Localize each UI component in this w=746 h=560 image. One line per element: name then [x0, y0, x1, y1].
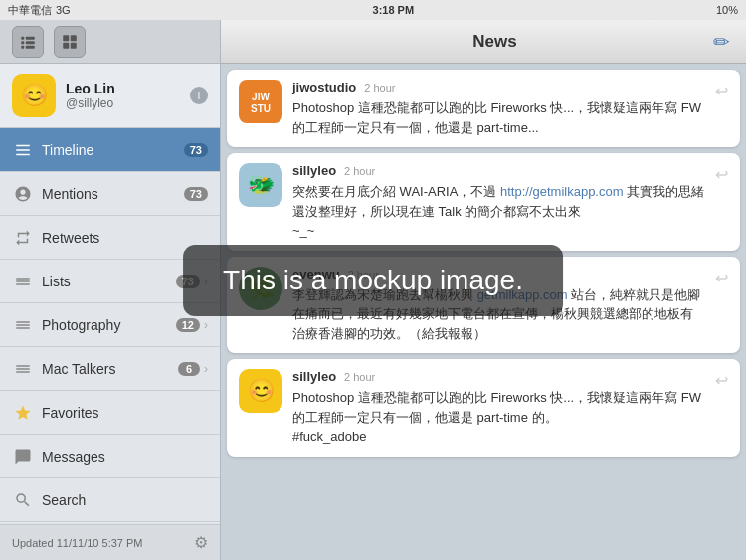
- messages-label: Messages: [42, 449, 208, 465]
- svg-rect-5: [26, 45, 35, 48]
- svg-rect-2: [21, 41, 24, 44]
- mac-talkers-icon: [12, 358, 34, 380]
- avatar: 🐲: [239, 163, 282, 207]
- profile-handle: @sillyleo: [66, 96, 180, 110]
- carrier-text: 中華電信: [8, 3, 52, 18]
- photography-icon: [12, 314, 34, 336]
- tweet-username: evenwu: [292, 267, 340, 281]
- sidebar-item-messages[interactable]: Messages: [0, 435, 220, 478]
- sidebar-item-lists[interactable]: Lists 73 ›: [0, 260, 220, 303]
- search-label: Search: [42, 492, 208, 508]
- tweet-card: 🐲 sillyleo 2 hour 突然要在月底介紹 WAI-ARIA，不過 h…: [227, 153, 740, 251]
- tweet-card: 🌿 evenwu 2 hour 李登輝認為宋楚瑜跑去幫楊秋興 getmilkap…: [227, 257, 740, 354]
- updated-text: Updated 11/11/10 5:37 PM: [12, 537, 142, 549]
- lists-label: Lists: [42, 274, 176, 289]
- tweet-header: jiwostudio 2 hour: [292, 80, 705, 94]
- svg-rect-8: [63, 42, 69, 48]
- main-header: News ✏: [221, 20, 746, 64]
- lists-badge: 73: [176, 275, 200, 288]
- tweet-username: sillyleo: [292, 163, 336, 178]
- reply-button[interactable]: ↩: [715, 165, 728, 184]
- sidebar-item-mac-talkers[interactable]: Mac Talkers 6 ›: [0, 347, 220, 391]
- profile-info-button[interactable]: i: [190, 87, 208, 104]
- messages-icon: [12, 446, 34, 467]
- tweet-card: JIWSTU jiwostudio 2 hour Photoshop 這種恐龍都…: [227, 70, 740, 147]
- tweet-time: 2 hour: [348, 269, 379, 280]
- tweet-time: 2 hour: [364, 82, 395, 93]
- photography-label: Photography: [42, 317, 176, 333]
- header-title: News: [277, 32, 713, 52]
- retweets-label: Retweets: [42, 230, 208, 246]
- tweet-body: sillyleo 2 hour Photoshop 這種恐龍都可以跑的比 Fir…: [292, 369, 705, 447]
- sidebar: 😊 Leo Lin @sillyleo i Timeline 73 Mentio…: [0, 20, 221, 560]
- tweet-link[interactable]: http://getmilkapp.com: [500, 184, 624, 199]
- svg-rect-0: [21, 36, 24, 39]
- reply-button[interactable]: ↩: [715, 82, 728, 100]
- app-container: 😊 Leo Lin @sillyleo i Timeline 73 Mentio…: [0, 20, 746, 560]
- tweet-time: 2 hour: [344, 165, 375, 177]
- svg-rect-4: [21, 45, 24, 48]
- mentions-badge: 73: [184, 187, 208, 201]
- lists-icon: [12, 271, 34, 292]
- svg-rect-1: [26, 36, 35, 39]
- tweet-username: jiwostudio: [292, 80, 356, 94]
- mac-talkers-badge: 6: [178, 362, 200, 376]
- tweet-feed: JIWSTU jiwostudio 2 hour Photoshop 這種恐龍都…: [221, 64, 746, 560]
- list-view-button[interactable]: [12, 26, 44, 58]
- avatar: 😊: [12, 74, 56, 117]
- tweet-text: Photoshop 這種恐龍都可以跑的比 Fireworks 快...，我懷疑這…: [292, 388, 705, 447]
- sidebar-item-search[interactable]: Search: [0, 478, 220, 522]
- tweet-time: 2 hour: [344, 371, 375, 383]
- battery-text: 10%: [716, 4, 738, 16]
- tweet-body: evenwu 2 hour 李登輝認為宋楚瑜跑去幫楊秋興 getmilkapp.…: [292, 267, 705, 344]
- profile-section: 😊 Leo Lin @sillyleo i: [0, 64, 220, 128]
- status-left: 中華電信 3G: [8, 3, 71, 18]
- tweet-link[interactable]: getmilkapp.com: [477, 287, 568, 302]
- photography-chevron-icon: ›: [204, 318, 208, 332]
- sidebar-item-photography[interactable]: Photography 12 ›: [0, 303, 220, 347]
- profile-info: Leo Lin @sillyleo: [66, 81, 180, 110]
- sidebar-item-favorites[interactable]: Favorites: [0, 391, 220, 435]
- lists-chevron-icon: ›: [204, 275, 208, 288]
- mentions-icon: [12, 183, 34, 205]
- status-bar: 中華電信 3G 3:18 PM 10%: [0, 0, 746, 20]
- compose-button[interactable]: ✏: [713, 30, 730, 54]
- settings-gear-icon[interactable]: ⚙: [194, 533, 208, 552]
- tweet-username: sillyleo: [292, 369, 336, 384]
- tweet-text: 突然要在月底介紹 WAI-ARIA，不過 http://getmilkapp.c…: [292, 182, 705, 241]
- tweet-header: sillyleo 2 hour: [292, 163, 705, 178]
- reply-button[interactable]: ↩: [715, 269, 728, 287]
- sidebar-item-leica[interactable]: leica m3: [0, 522, 220, 524]
- sidebar-item-timeline[interactable]: Timeline 73: [0, 128, 220, 172]
- main-content: News ✏ JIWSTU jiwostudio 2 hour Photosho…: [221, 20, 746, 560]
- timeline-badge: 73: [184, 143, 208, 157]
- grid-view-button[interactable]: [54, 26, 86, 58]
- svg-rect-7: [71, 35, 77, 41]
- sidebar-item-retweets[interactable]: Retweets: [0, 216, 220, 260]
- mac-talkers-label: Mac Talkers: [42, 361, 178, 377]
- sidebar-top-bar: [0, 20, 220, 64]
- favorites-label: Favorites: [42, 405, 208, 421]
- avatar: 😊: [239, 369, 282, 413]
- status-time: 3:18 PM: [373, 4, 415, 16]
- search-icon: [12, 489, 34, 511]
- avatar: 🌿: [239, 267, 282, 310]
- sidebar-item-mentions[interactable]: Mentions 73: [0, 172, 220, 216]
- profile-name: Leo Lin: [66, 81, 180, 96]
- svg-rect-3: [26, 41, 35, 44]
- nav-list: Timeline 73 Mentions 73 Retweets: [0, 128, 220, 524]
- timeline-label: Timeline: [42, 142, 184, 158]
- tweet-card: 😊 sillyleo 2 hour Photoshop 這種恐龍都可以跑的比 F…: [227, 359, 740, 457]
- svg-rect-6: [63, 35, 69, 41]
- avatar: JIWSTU: [239, 80, 282, 123]
- tweet-text: 李登輝認為宋楚瑜跑去幫楊秋興 getmilkapp.com 站台，純粹就只是他腳…: [292, 285, 705, 344]
- tweet-text: Photoshop 這種恐龍都可以跑的比 Fireworks 快...，我懷疑這…: [292, 98, 705, 137]
- status-right: 10%: [716, 4, 738, 16]
- mentions-label: Mentions: [42, 186, 184, 202]
- timeline-icon: [12, 139, 34, 161]
- tweet-body: sillyleo 2 hour 突然要在月底介紹 WAI-ARIA，不過 htt…: [292, 163, 705, 241]
- network-text: 3G: [56, 4, 71, 16]
- svg-rect-9: [71, 42, 77, 48]
- tweet-header: evenwu 2 hour: [292, 267, 705, 281]
- reply-button[interactable]: ↩: [715, 371, 728, 390]
